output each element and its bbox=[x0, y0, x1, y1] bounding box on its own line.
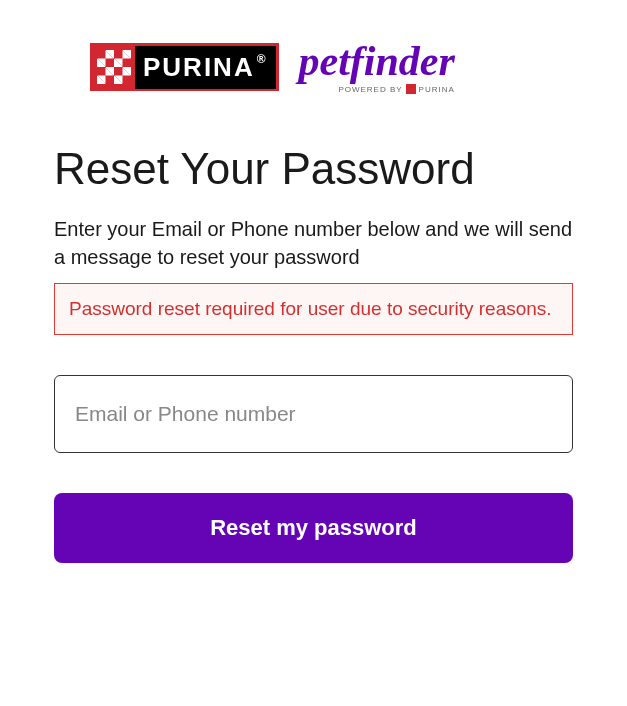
purina-mini-icon bbox=[406, 84, 416, 94]
purina-checkerboard-icon bbox=[93, 46, 135, 88]
email-phone-input[interactable] bbox=[54, 375, 573, 453]
error-message: Password reset required for user due to … bbox=[54, 283, 573, 336]
page-heading: Reset Your Password bbox=[54, 144, 573, 195]
purina-logo: PURINA® bbox=[90, 43, 279, 91]
logo-row: PURINA® petfinder POWERED BY PURINA bbox=[50, 40, 577, 94]
reset-password-button[interactable]: Reset my password bbox=[54, 493, 573, 563]
form-content: Reset Your Password Enter your Email or … bbox=[50, 144, 577, 563]
purina-logo-text: PURINA® bbox=[135, 46, 276, 89]
page-description: Enter your Email or Phone number below a… bbox=[54, 215, 573, 271]
petfinder-logo: petfinder POWERED BY PURINA bbox=[299, 40, 455, 94]
petfinder-logo-text: petfinder bbox=[299, 40, 455, 82]
petfinder-powered-by: POWERED BY PURINA bbox=[338, 84, 454, 94]
